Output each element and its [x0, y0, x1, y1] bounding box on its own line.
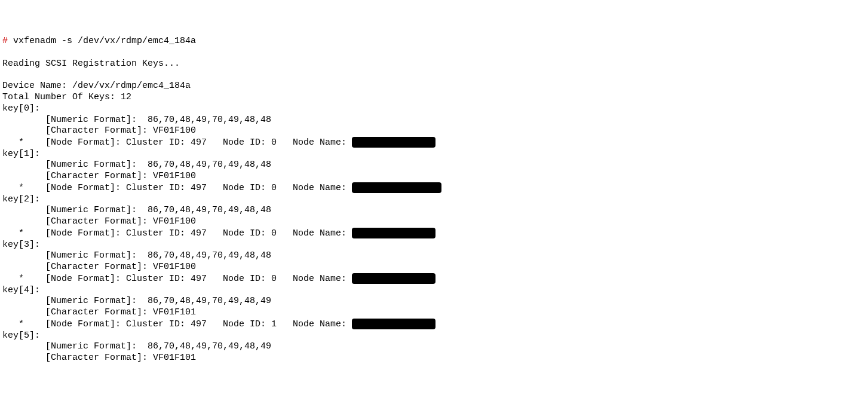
- terminal-output: # vxfenadm -s /dev/vx/rdmp/emc4_184a Rea…: [2, 36, 866, 364]
- numeric-format: [Numeric Format]: 86,70,48,49,70,49,48,4…: [45, 341, 271, 351]
- char-format: [Character Format]: VF01F100: [45, 216, 196, 227]
- numeric-format: [Numeric Format]: 86,70,48,49,70,49,48,4…: [45, 250, 271, 261]
- char-format: [Character Format]: VF01F101: [45, 307, 196, 317]
- numeric-format: [Numeric Format]: 86,70,48,49,70,49,48,4…: [45, 160, 271, 170]
- prompt-symbol: #: [2, 36, 8, 46]
- char-format: [Character Format]: VF01F101: [45, 353, 196, 363]
- numeric-format: [Numeric Format]: 86,70,48,49,70,49,48,4…: [45, 296, 271, 306]
- redacted-node-name: [352, 273, 435, 284]
- redacted-node-name: [352, 137, 435, 148]
- numeric-format: [Numeric Format]: 86,70,48,49,70,49,48,4…: [45, 205, 271, 215]
- node-format: [Node Format]: Cluster ID: 497 Node ID: …: [45, 137, 352, 148]
- total-keys-label: Total Number Of Keys:: [2, 92, 115, 102]
- key-label: key[2]:: [2, 194, 40, 204]
- node-format: [Node Format]: Cluster ID: 497 Node ID: …: [45, 228, 352, 238]
- redacted-node-name: [352, 228, 435, 238]
- key-label: key[1]:: [2, 149, 40, 159]
- node-format: [Node Format]: Cluster ID: 497 Node ID: …: [45, 183, 352, 193]
- key-label: key[0]:: [2, 103, 40, 114]
- key-label: key[3]:: [2, 240, 40, 250]
- device-name-value: /dev/vx/rdmp/emc4_184a: [72, 81, 191, 91]
- key-label: key[4]:: [2, 285, 40, 295]
- char-format: [Character Format]: VF01F100: [45, 262, 196, 272]
- char-format: [Character Format]: VF01F100: [45, 171, 196, 181]
- node-format: [Node Format]: Cluster ID: 497 Node ID: …: [45, 274, 352, 284]
- total-keys-value: 12: [121, 92, 131, 102]
- device-name-label: Device Name:: [2, 81, 67, 91]
- numeric-format: [Numeric Format]: 86,70,48,49,70,49,48,4…: [45, 115, 271, 125]
- redacted-node-name: [352, 319, 435, 329]
- command-text: vxfenadm -s /dev/vx/rdmp/emc4_184a: [13, 36, 196, 46]
- char-format: [Character Format]: VF01F100: [45, 126, 196, 136]
- redacted-node-name: [352, 182, 441, 193]
- node-format: [Node Format]: Cluster ID: 497 Node ID: …: [45, 319, 352, 329]
- key-label: key[5]:: [2, 331, 40, 341]
- reading-line: Reading SCSI Registration Keys...: [2, 59, 180, 69]
